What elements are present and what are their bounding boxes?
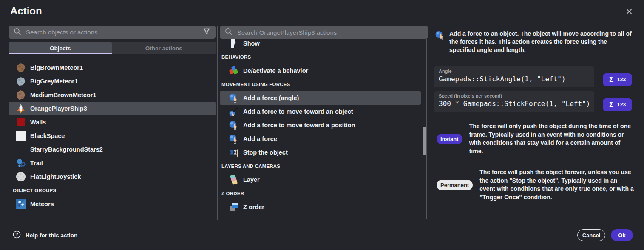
tab-other-actions-label: Other actions xyxy=(145,45,182,52)
object-item-orangeplayership3[interactable]: OrangePlayerShip3 xyxy=(9,102,216,115)
object-item-flatlightjoystick[interactable]: FlatLightJoystick xyxy=(9,170,216,184)
action-item-label: Layer xyxy=(243,176,260,183)
force-icon xyxy=(228,120,239,131)
sigma-icon: Σ xyxy=(609,101,613,109)
object-item-label: BigBrownMeteor1 xyxy=(30,64,83,71)
speed-field-value[interactable]: 300 * Gamepads::StickForce(1, "Left") xyxy=(439,100,589,108)
filter-icon[interactable] xyxy=(203,28,210,37)
action-item-z-order[interactable]: Z order xyxy=(220,200,421,214)
angle-expression-editor-button[interactable]: Σ 123 xyxy=(603,73,632,86)
action-section-layers-and-cameras: LAYERS AND CAMERAS xyxy=(220,159,421,173)
action-item-add-a-force-to-move-toward-a-position[interactable]: Add a force to move toward a position xyxy=(220,118,421,132)
action-section-movement-using-forces: MOVEMENT USING FORCES xyxy=(220,78,421,91)
behavior-icon xyxy=(228,65,239,76)
actions-scrollbar-track[interactable] xyxy=(426,39,427,219)
angle-field-value[interactable]: Gamepads::StickAngle(1, "Left") xyxy=(439,75,589,83)
ok-button[interactable]: Ok xyxy=(611,229,633,241)
object-item-label: BlackSpace xyxy=(30,132,65,139)
force-icon xyxy=(228,133,239,144)
action-item-de-activate-a-behavior[interactable]: De/activate a behavior xyxy=(220,64,421,78)
action-item-label: De/activate a behavior xyxy=(243,67,308,74)
object-item-blackspace[interactable]: BlackSpace xyxy=(9,129,216,143)
sigma-icon: Σ xyxy=(609,75,613,84)
show-icon xyxy=(228,38,239,49)
objects-search-input[interactable] xyxy=(26,29,198,36)
tab-other-actions[interactable]: Other actions xyxy=(112,42,216,54)
instant-badge[interactable]: Instant xyxy=(437,134,462,144)
cancel-button[interactable]: Cancel xyxy=(577,229,605,241)
actions-scrollbar-thumb[interactable] xyxy=(423,127,426,155)
numbers-icon: 123 xyxy=(617,102,626,108)
force-toward-object-icon xyxy=(228,106,239,117)
blue-dots-icon xyxy=(15,158,26,169)
action-item-show[interactable]: Show xyxy=(220,37,421,50)
svg-text:?: ? xyxy=(15,232,18,237)
object-item-starrybackgroundstars2[interactable]: StarryBackgroundStars2 xyxy=(9,143,216,156)
action-item-add-a-force-to-move-toward-an-object[interactable]: Add a force to move toward an object xyxy=(220,105,421,118)
actions-list: ShowBEHAVIORSDe/activate a behaviorMOVEM… xyxy=(220,37,421,214)
speed-expression-editor-button[interactable]: Σ 123 xyxy=(603,98,632,111)
meteors-group-icon xyxy=(15,198,26,210)
tab-objects-label: Objects xyxy=(50,45,71,52)
permanent-note: Permanent The force will push the object… xyxy=(437,168,634,201)
speed-field[interactable]: Speed (in pixels per second) 300 * Gamep… xyxy=(434,91,594,112)
actions-search-input[interactable] xyxy=(237,29,423,36)
action-item-label: Show xyxy=(243,40,260,47)
action-description: Add a force to an object. The object wil… xyxy=(449,30,633,54)
numbers-icon: 123 xyxy=(617,77,626,83)
page-title: Action xyxy=(10,5,42,17)
tab-objects[interactable]: Objects xyxy=(9,42,112,54)
speed-field-label: Speed (in pixels per second) xyxy=(439,93,589,98)
object-item-mediumbrownmeteor1[interactable]: MediumBrownMeteor1 xyxy=(9,88,216,102)
blank-icon xyxy=(15,144,26,155)
object-item-bigbrownmeteor1[interactable]: BigBrownMeteor1 xyxy=(9,61,216,75)
z-order-icon xyxy=(228,201,239,213)
object-item-label: FlatLightJoystick xyxy=(30,173,81,180)
object-item-trail[interactable]: Trail xyxy=(9,156,216,170)
action-item-label: Add a force to move toward an object xyxy=(243,108,353,115)
help-icon: ? xyxy=(13,230,21,240)
force-icon xyxy=(228,92,239,103)
action-item-label: Add a force (angle) xyxy=(243,95,299,101)
angle-field[interactable]: Angle Gamepads::StickAngle(1, "Left") xyxy=(434,66,594,87)
object-item-meteors[interactable]: Meteors xyxy=(9,197,216,211)
white-square-icon xyxy=(15,130,26,141)
action-item-stop-the-object[interactable]: Stop the object xyxy=(220,146,421,159)
brown-meteor-icon xyxy=(15,62,26,73)
brown-meteor-2-icon xyxy=(15,89,26,101)
grey-meteor-icon xyxy=(15,76,26,87)
left-panel-tabs: Objects Other actions xyxy=(9,42,216,54)
object-section-object-groups: OBJECT GROUPS xyxy=(9,184,216,197)
add-force-icon xyxy=(434,30,445,41)
joystick-icon xyxy=(15,171,26,182)
instant-note: Instant The force will only push the obj… xyxy=(437,122,634,155)
object-item-label: Walls xyxy=(30,119,46,126)
objects-scrollbar-track[interactable] xyxy=(217,26,218,220)
close-icon xyxy=(625,7,633,17)
object-item-label: Trail xyxy=(30,160,43,167)
object-item-label: Meteors xyxy=(30,201,54,207)
action-item-layer[interactable]: Layer xyxy=(220,173,421,187)
help-link-label: Help for this action xyxy=(26,232,77,239)
layer-icon xyxy=(228,174,239,185)
object-item-label: OrangePlayerShip3 xyxy=(30,105,87,112)
object-item-walls[interactable]: Walls xyxy=(9,115,216,129)
help-link[interactable]: ? Help for this action xyxy=(13,230,77,240)
search-icon xyxy=(225,28,233,37)
close-button[interactable] xyxy=(622,5,636,19)
action-item-label: Add a force to move toward a position xyxy=(243,122,355,129)
rocket-ship-icon xyxy=(15,103,26,114)
action-item-add-a-force[interactable]: Add a force xyxy=(220,132,421,146)
object-item-label: StarryBackgroundStars2 xyxy=(30,146,103,153)
action-item-add-a-force-angle[interactable]: Add a force (angle) xyxy=(220,91,421,105)
instant-note-text: The force will only push the object duri… xyxy=(469,122,634,155)
permanent-note-text: The force will push the object forever, … xyxy=(479,168,634,201)
search-icon xyxy=(14,28,21,37)
angle-field-label: Angle xyxy=(439,69,589,74)
object-item-label: MediumBrownMeteor1 xyxy=(30,92,96,98)
action-item-label: Stop the object xyxy=(243,149,288,156)
object-item-biggreymeteor1[interactable]: BigGreyMeteor1 xyxy=(9,75,216,88)
action-section-z-order: Z ORDER xyxy=(220,187,421,200)
objects-list: BigBrownMeteor1BigGreyMeteor1MediumBrown… xyxy=(9,61,216,211)
permanent-badge[interactable]: Permanent xyxy=(437,180,473,190)
